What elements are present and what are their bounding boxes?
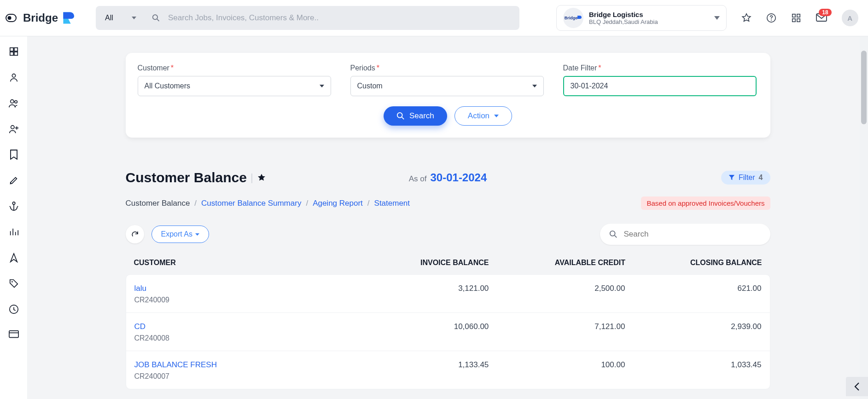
- chevron-down-icon: [195, 233, 199, 236]
- top-header: Bridge All Bridge Bridge Logistics BLQ J…: [0, 0, 868, 36]
- collapse-panel-button[interactable]: [846, 377, 868, 396]
- action-button[interactable]: Action: [454, 106, 512, 126]
- help-icon[interactable]: [766, 13, 776, 23]
- rail-anchor-icon[interactable]: [9, 201, 19, 211]
- breadcrumb-ageing[interactable]: Ageing Report: [313, 199, 363, 208]
- rail-tag-icon[interactable]: [9, 278, 19, 289]
- customer-name-link[interactable]: CD: [134, 322, 353, 331]
- svg-point-2: [153, 15, 157, 19]
- filter-customer: Customer* All Customers: [138, 64, 331, 96]
- table-toolbar: Export As: [126, 224, 770, 245]
- customer-name-link[interactable]: lalu: [134, 284, 353, 293]
- customer-code: CR240009: [134, 296, 353, 304]
- svg-point-17: [14, 101, 17, 104]
- filter-periods: Periods* Custom: [350, 64, 544, 96]
- avatar[interactable]: A: [842, 10, 858, 26]
- svg-point-15: [12, 74, 15, 77]
- svg-rect-11: [10, 48, 13, 51]
- left-rail: [0, 36, 28, 399]
- search-icon: [152, 14, 160, 22]
- refresh-button[interactable]: [126, 225, 144, 243]
- tenant-logo: Bridge: [563, 8, 583, 28]
- breadcrumb-statement[interactable]: Statement: [374, 199, 410, 208]
- table-row: CD CR240008 10,060.00 7,121.00 2,939.00: [126, 313, 770, 351]
- svg-rect-9: [797, 19, 799, 22]
- status-badge: Based on approved Invoices/Vouchers: [641, 197, 770, 210]
- rail-bookmark-icon[interactable]: [10, 150, 18, 160]
- search-button[interactable]: Search: [384, 106, 447, 126]
- svg-line-25: [402, 117, 404, 120]
- table-row: lalu CR240009 3,121.00 2,500.00 621.00: [126, 275, 770, 313]
- favorite-toggle-icon[interactable]: [257, 173, 266, 182]
- col-customer: CUSTOMER: [134, 259, 352, 267]
- rail-user-plus-icon[interactable]: [8, 124, 19, 134]
- mail-icon[interactable]: 18: [816, 13, 827, 23]
- filter-icon: [728, 174, 735, 181]
- filter-pill[interactable]: Filter 4: [721, 171, 770, 185]
- cell-closing: 1,033.45: [625, 360, 761, 381]
- date-filter-input[interactable]: 30-01-2024: [563, 76, 757, 96]
- tenant-switcher[interactable]: Bridge Bridge Logistics BLQ Jeddah,Saudi…: [556, 5, 727, 31]
- as-of-date: 30-01-2024: [430, 171, 487, 184]
- date-filter-value: 30-01-2024: [571, 82, 608, 90]
- rail-chart-icon[interactable]: [9, 227, 19, 237]
- action-button-label: Action: [468, 111, 489, 121]
- chevron-down-icon: [320, 85, 324, 87]
- search-icon: [396, 112, 405, 120]
- customer-select[interactable]: All Customers: [138, 76, 331, 96]
- cell-credit: 100.00: [489, 360, 625, 381]
- eye-toggle-icon[interactable]: [3, 11, 19, 25]
- svg-line-3: [157, 19, 159, 21]
- scrollbar[interactable]: [860, 37, 868, 399]
- rail-clock-icon[interactable]: [9, 304, 19, 314]
- svg-point-18: [11, 126, 14, 129]
- periods-select[interactable]: Custom: [350, 76, 544, 96]
- cell-invoice: 3,121.00: [352, 284, 489, 304]
- customer-code: CR240007: [134, 372, 353, 381]
- chevron-down-icon: [714, 16, 720, 20]
- breadcrumb-current: Customer Balance: [126, 199, 190, 208]
- table-search[interactable]: [600, 224, 770, 245]
- app-logo-text: Bridge: [23, 12, 58, 24]
- svg-rect-12: [14, 48, 17, 51]
- search-scope-select[interactable]: All: [96, 6, 146, 30]
- rail-user-icon[interactable]: [9, 72, 19, 82]
- col-closing-balance: CLOSING BALANCE: [625, 259, 762, 267]
- periods-select-value: Custom: [357, 82, 383, 90]
- breadcrumb: Customer Balance / Customer Balance Summ…: [126, 197, 770, 210]
- global-search-wrap: All: [96, 6, 519, 30]
- svg-line-27: [614, 236, 617, 238]
- breadcrumb-summary[interactable]: Customer Balance Summary: [201, 199, 301, 208]
- rail-users-icon[interactable]: [8, 98, 19, 108]
- favorites-icon[interactable]: [741, 13, 751, 23]
- customer-name-link[interactable]: JOB BALANCE FRESH: [134, 360, 353, 370]
- table-search-input[interactable]: [623, 229, 761, 239]
- datefilter-label: Date Filter: [563, 64, 597, 72]
- svg-rect-22: [9, 331, 18, 338]
- main-scroll[interactable]: Customer* All Customers Periods* Custom …: [28, 36, 868, 399]
- tenant-name: Bridge Logistics: [589, 11, 658, 18]
- global-search-input[interactable]: [167, 13, 513, 23]
- export-button[interactable]: Export As: [151, 226, 209, 243]
- svg-point-16: [10, 100, 13, 103]
- search-scope-value: All: [105, 14, 113, 22]
- mail-badge: 18: [819, 9, 831, 16]
- svg-point-26: [610, 231, 615, 236]
- refresh-icon: [131, 230, 139, 238]
- svg-point-20: [11, 281, 12, 283]
- rail-dashboard-icon[interactable]: [9, 46, 19, 57]
- apps-icon[interactable]: [791, 13, 801, 23]
- export-button-label: Export As: [161, 230, 192, 238]
- chevron-down-icon: [532, 85, 537, 87]
- app-logo[interactable]: Bridge: [23, 10, 77, 26]
- svg-point-1: [8, 16, 12, 20]
- rail-edit-icon[interactable]: [9, 175, 19, 185]
- cell-credit: 7,121.00: [489, 322, 625, 342]
- rail-navigate-icon[interactable]: [9, 253, 18, 263]
- global-search[interactable]: [146, 6, 519, 30]
- svg-rect-6: [792, 14, 795, 17]
- rail-card-icon[interactable]: [9, 330, 19, 338]
- scrollbar-thumb[interactable]: [861, 51, 867, 124]
- col-available-credit: AVAILABLE CREDIT: [489, 259, 625, 267]
- table-head: CUSTOMER INVOICE BALANCE AVAILABLE CREDI…: [126, 245, 770, 274]
